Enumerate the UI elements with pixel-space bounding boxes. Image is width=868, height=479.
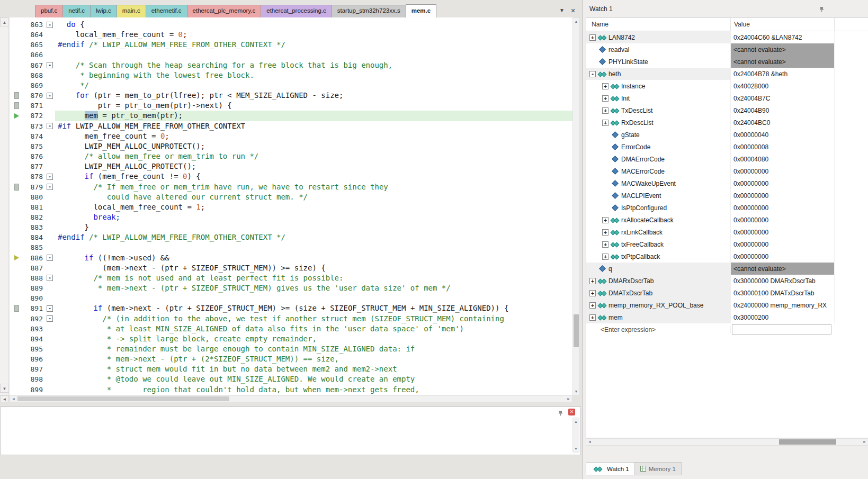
watch-row-RxDescList[interactable]: +RxDescList0x24004BC0 bbox=[586, 116, 868, 129]
gutter-cell[interactable] bbox=[10, 222, 23, 232]
code-text-current-line[interactable]: mem = ptr_to_mem(ptr); bbox=[55, 111, 572, 121]
code-text[interactable]: * struct mem would fit in but no data be… bbox=[55, 364, 572, 374]
enter-expression-label[interactable]: <Enter expression> bbox=[586, 326, 731, 333]
gutter-cell[interactable] bbox=[10, 202, 23, 212]
watch-value-cell[interactable]: 0x00000008 bbox=[731, 141, 835, 153]
tab-pbuf-c[interactable]: pbuf.c bbox=[35, 5, 63, 17]
watch-row-txFreeCallback[interactable]: +txFreeCallback0x00000000 bbox=[586, 238, 868, 250]
code-text[interactable]: #endif /* LWIP_ALLOW_MEM_FREE_FROM_OTHER… bbox=[55, 40, 572, 50]
watch-value-cell[interactable]: <cannot evaluate> bbox=[731, 263, 835, 275]
close-icon[interactable]: ✕ bbox=[568, 409, 575, 415]
code-line-887[interactable]: 887 (mem->next - (ptr + SIZEOF_STRUCT_ME… bbox=[10, 263, 572, 273]
watch-row-ErrorCode[interactable]: ErrorCode0x00000008 bbox=[586, 141, 868, 153]
watch-name-cell[interactable]: +txFreeCallback bbox=[586, 238, 731, 250]
code-line-885[interactable]: 885 bbox=[10, 242, 572, 252]
watch-row-rxLinkCallback[interactable]: +rxLinkCallback0x00000000 bbox=[586, 226, 868, 238]
scroll-up-icon[interactable]: ▲ bbox=[573, 18, 579, 25]
code-line-871[interactable]: 871 ptr = ptr_to_mem(ptr)->next) { bbox=[10, 101, 572, 111]
code-line-899[interactable]: 899 * region that couldn't hold data, bu… bbox=[10, 385, 572, 395]
watch-value-cell[interactable]: 0x40028000 bbox=[731, 80, 835, 92]
vertical-scroll-thumb[interactable] bbox=[574, 314, 579, 347]
scroll-right-icon[interactable]: ► bbox=[861, 439, 868, 445]
scroll-up-icon[interactable]: ▲ bbox=[573, 418, 579, 425]
horizontal-scroll-thumb[interactable] bbox=[17, 396, 229, 401]
watch-column-value[interactable]: Value bbox=[731, 18, 835, 31]
gutter-cell[interactable] bbox=[10, 283, 23, 293]
gutter-cell[interactable] bbox=[10, 101, 23, 111]
collapse-icon[interactable]: - bbox=[589, 71, 596, 77]
expand-icon[interactable]: + bbox=[589, 302, 596, 309]
watch-row-heth[interactable]: -heth0x24004B78 &heth bbox=[586, 68, 868, 80]
fold-collapse-icon[interactable]: - bbox=[47, 62, 53, 68]
code-line-878[interactable]: 878- if (mem_free_count != 0) { bbox=[10, 171, 572, 182]
expand-icon[interactable]: + bbox=[589, 290, 596, 296]
watch-name-cell[interactable]: q bbox=[586, 263, 731, 275]
code-line-877[interactable]: 877 LWIP_MEM_ALLOC_PROTECT(); bbox=[10, 161, 572, 171]
watch-value-cell[interactable]: 0x00000000 bbox=[731, 165, 835, 177]
gutter-cell[interactable] bbox=[10, 273, 23, 283]
gutter-cell[interactable] bbox=[10, 141, 23, 151]
fold-collapse-icon[interactable]: - bbox=[47, 123, 53, 129]
code-line-874[interactable]: 874 mem_free_count = 0; bbox=[10, 131, 572, 141]
tab-lwip-c[interactable]: lwip.c bbox=[90, 5, 117, 17]
expand-icon[interactable]: + bbox=[602, 241, 609, 248]
gutter-cell[interactable] bbox=[10, 385, 23, 395]
watch-row-MACWakeUpEvent[interactable]: MACWakeUpEvent0x00000000 bbox=[586, 177, 868, 189]
watch-value-cell[interactable]: 0x00000040 bbox=[731, 129, 835, 141]
expand-icon[interactable]: + bbox=[589, 278, 596, 284]
tab-ethercat_plc_memory-c[interactable]: ethercat_plc_memory.c bbox=[187, 5, 262, 17]
bottom-tab-Memory-1[interactable]: Memory 1 bbox=[634, 462, 682, 475]
fold-collapse-icon[interactable]: - bbox=[47, 184, 53, 190]
watch-value-cell[interactable]: 0x00000000 bbox=[731, 250, 835, 263]
close-document-icon[interactable]: ✕ bbox=[569, 6, 577, 15]
watch-name-cell[interactable]: MACWakeUpEvent bbox=[586, 177, 731, 189]
watch-row-memp_memory_RX_POOL_base[interactable]: +memp_memory_RX_POOL_base0x24000000 memp… bbox=[586, 299, 868, 311]
gutter-cell[interactable] bbox=[10, 293, 23, 303]
expand-icon[interactable]: + bbox=[602, 120, 609, 126]
code-line-882[interactable]: 882 break; bbox=[10, 212, 572, 222]
watch-name-cell[interactable]: MACErrorCode bbox=[586, 165, 731, 177]
code-line-864[interactable]: 864 local_mem_free_count = 0; bbox=[10, 30, 572, 40]
gutter-cell[interactable] bbox=[10, 70, 23, 80]
code-line-881[interactable]: 881 local_mem_free_count = 1; bbox=[10, 202, 572, 212]
code-text[interactable]: * @todo we could leave out MIN_SIZE_ALIG… bbox=[55, 374, 572, 384]
code-editor[interactable]: 863- do {864 local_mem_free_count = 0;86… bbox=[10, 17, 572, 395]
code-line-890[interactable]: 890 bbox=[10, 293, 572, 303]
code-text[interactable]: if ((!mem->used) && bbox=[55, 253, 572, 263]
watch-value-cell[interactable]: 0x30000000 DMARxDscrTab bbox=[731, 275, 835, 287]
watch-name-cell[interactable]: PHYLinkState bbox=[586, 56, 731, 68]
code-line-875[interactable]: 875 LWIP_MEM_ALLOC_UNPROTECT(); bbox=[10, 141, 572, 151]
scroll-left-icon[interactable]: ◄ bbox=[10, 396, 17, 402]
gutter-cell[interactable] bbox=[10, 314, 23, 324]
watch-value-cell[interactable]: 0x00000000 bbox=[731, 238, 835, 250]
scroll-down-icon[interactable]: ▼ bbox=[0, 384, 9, 393]
code-text[interactable]: (mem->next - (ptr + SIZEOF_STRUCT_MEM)) … bbox=[55, 263, 572, 273]
watch-value-cell[interactable]: 0x30000200 bbox=[731, 311, 835, 323]
code-text[interactable]: /* (in addition to the above, we test if… bbox=[55, 314, 572, 324]
watch-row-PHYLinkState[interactable]: PHYLinkState<cannot evaluate> bbox=[586, 56, 868, 68]
code-line-896[interactable]: 896 * mem->next - (ptr + (2*SIZEOF_STRUC… bbox=[10, 354, 572, 364]
watch-name-cell[interactable]: +Init bbox=[586, 92, 731, 104]
expand-icon[interactable]: + bbox=[602, 83, 609, 89]
watch-value-cell[interactable]: 0x24004BC0 bbox=[731, 116, 835, 129]
watch-row-mem[interactable]: +mem0x30000200 bbox=[586, 311, 868, 323]
tab-mem-c[interactable]: mem.c bbox=[406, 4, 436, 17]
scroll-down-icon[interactable]: ▼ bbox=[573, 388, 579, 395]
code-line-891[interactable]: 891- if (mem->next - (ptr + SIZEOF_STRUC… bbox=[10, 303, 572, 313]
fold-collapse-icon[interactable]: - bbox=[47, 22, 53, 28]
expand-icon[interactable]: + bbox=[602, 229, 609, 236]
code-text[interactable]: /* mem is not used and at least perfect … bbox=[55, 273, 572, 283]
watch-name-cell[interactable]: +RxDescList bbox=[586, 116, 731, 129]
code-text[interactable]: LWIP_MEM_ALLOC_UNPROTECT(); bbox=[55, 141, 572, 151]
gutter-cell[interactable] bbox=[10, 91, 23, 101]
expand-icon[interactable]: + bbox=[602, 95, 609, 102]
code-line-886[interactable]: 886- if ((!mem->used) && bbox=[10, 253, 572, 263]
gutter-cell[interactable] bbox=[10, 161, 23, 171]
code-text[interactable]: * region that couldn't hold data, but wh… bbox=[55, 385, 572, 395]
code-line-895[interactable]: 895 * remainder must be large enough to … bbox=[10, 344, 572, 354]
gutter-cell[interactable] bbox=[10, 334, 23, 344]
gutter-cell[interactable] bbox=[10, 344, 23, 354]
code-line-865[interactable]: 865#endif /* LWIP_ALLOW_MEM_FREE_FROM_OT… bbox=[10, 40, 572, 50]
editor-horizontal-scrollbar[interactable]: ◄ ► bbox=[10, 395, 572, 402]
code-line-869[interactable]: 869 */ bbox=[10, 80, 572, 91]
